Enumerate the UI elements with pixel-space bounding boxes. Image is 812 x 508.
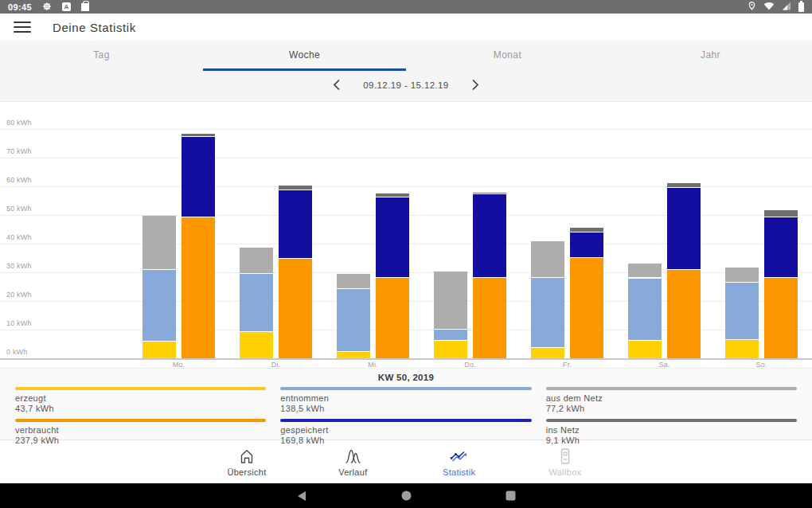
production-use-bar-so[interactable]	[764, 102, 798, 358]
legend-label: entnommen	[280, 393, 531, 403]
android-navigation-bar	[0, 483, 812, 508]
segment-ins-netz	[376, 193, 409, 196]
x-axis-tick-label: Sa.	[628, 361, 701, 369]
x-axis-tick-label: Mi.	[337, 361, 409, 369]
segment-ins-netz	[279, 186, 312, 190]
legend-grid: erzeugt43,7 kWhentnommen138,5 kWhaus dem…	[15, 387, 797, 445]
app-bar: Deine Statistik	[0, 14, 812, 41]
status-bar-right	[748, 1, 804, 13]
x-axis-line	[0, 358, 812, 360]
previous-week-button[interactable]	[330, 77, 344, 92]
wallbox-icon	[556, 447, 575, 466]
nav-item-uebersicht[interactable]: Übersicht	[195, 440, 299, 483]
tab-monat[interactable]: Monat	[406, 41, 609, 69]
tab-woche[interactable]: Woche	[203, 41, 406, 69]
segment-aus-dem-netz	[240, 248, 273, 273]
nav-item-wallbox[interactable]: Wallbox	[513, 440, 617, 483]
segment-gespeichert	[182, 137, 215, 217]
legend-value: 138,5 kWh	[280, 404, 531, 413]
segment-entnommen	[240, 274, 273, 331]
consumption-mix-bar-sa[interactable]	[628, 102, 662, 358]
segment-gespeichert	[764, 217, 798, 277]
status-clock: 09:45	[8, 2, 32, 12]
production-use-bar-do[interactable]	[473, 102, 506, 358]
segment-aus-dem-netz	[337, 274, 370, 288]
segment-ins-netz	[182, 134, 215, 135]
tab-label: Tag	[93, 49, 110, 61]
production-use-bar-fr[interactable]	[570, 102, 603, 358]
app-screen: 09:45 A Deine Statistik TagWocheMonatJah	[0, 0, 812, 508]
segment-aus-dem-netz	[628, 264, 662, 277]
legend-label: gespeichert	[280, 425, 531, 435]
segment-entnommen	[531, 278, 564, 347]
segment-ins-netz	[667, 183, 701, 187]
android-back-button[interactable]	[296, 490, 307, 502]
y-axis-tick-label: 10 kWh	[6, 319, 32, 327]
tab-label: Woche	[289, 49, 320, 61]
y-axis-tick-label: 0 kWh	[6, 348, 28, 356]
y-axis-tick-label: 80 kWh	[6, 119, 32, 127]
nav-item-label: Übersicht	[227, 467, 266, 477]
status-bar-left: 09:45 A	[8, 2, 89, 13]
segment-aus-dem-netz	[725, 268, 759, 282]
x-axis-tick-label: So.	[725, 361, 798, 369]
segment-entnommen	[725, 283, 759, 338]
segment-gespeichert	[570, 233, 603, 257]
legend-color-line	[280, 387, 531, 390]
production-use-bar-mo[interactable]	[182, 102, 215, 358]
segment-aus-dem-netz	[434, 272, 467, 329]
legend-label: ins Netz	[546, 425, 797, 435]
settings-gear-icon	[42, 2, 52, 13]
legend-entry-erzeugt: erzeugt43,7 kWh	[15, 387, 266, 413]
segment-verbraucht	[376, 278, 409, 358]
nav-item-verlauf[interactable]: Verlauf	[301, 440, 404, 483]
android-home-button[interactable]	[401, 490, 412, 501]
tab-jahr[interactable]: Jahr	[609, 41, 812, 69]
notification-a-icon: A	[62, 2, 71, 11]
segment-erzeugt	[725, 340, 759, 358]
production-use-bar-di[interactable]	[279, 102, 312, 358]
nav-item-statistik[interactable]: Statistik	[408, 440, 511, 483]
segment-entnommen	[142, 270, 176, 341]
legend-value: 43,7 kWh	[15, 404, 266, 413]
consumption-mix-bar-so[interactable]	[725, 102, 759, 358]
location-pin-icon	[748, 1, 756, 13]
tab-tag[interactable]: Tag	[0, 41, 203, 69]
consumption-mix-bar-do[interactable]	[434, 102, 467, 358]
segment-aus-dem-netz	[531, 241, 564, 276]
nav-item-label: Statistik	[443, 467, 475, 477]
consumption-mix-bar-fr[interactable]	[531, 102, 564, 358]
segment-erzeugt	[142, 342, 176, 358]
x-axis-tick-label: Do.	[434, 361, 506, 369]
period-tabs: TagWocheMonatJahr	[0, 41, 812, 69]
cell-signal-icon	[782, 2, 791, 12]
legend-color-line	[546, 419, 797, 422]
segment-erzeugt	[337, 352, 370, 358]
legend-entry-aus-dem-netz: aus dem Netz77,2 kWh	[546, 387, 797, 413]
nav-item-label: Verlauf	[338, 467, 367, 477]
segment-gespeichert	[376, 197, 409, 278]
production-use-bar-mi[interactable]	[376, 102, 409, 358]
legend-color-line	[15, 419, 266, 422]
consumption-mix-bar-di[interactable]	[240, 102, 273, 358]
consumption-mix-bar-mi[interactable]	[337, 102, 370, 358]
active-tab-underline	[203, 68, 406, 71]
statistics-trend-icon	[449, 447, 470, 466]
legend-label: aus dem Netz	[546, 393, 797, 403]
next-week-button[interactable]	[468, 77, 482, 92]
android-recents-button[interactable]	[506, 490, 516, 501]
bottom-navigation: ÜbersichtVerlaufStatistikWallbox	[0, 440, 812, 483]
menu-icon[interactable]	[14, 21, 31, 33]
battery-icon	[798, 2, 804, 12]
y-axis-tick-label: 40 kWh	[6, 233, 32, 241]
production-use-bar-sa[interactable]	[667, 102, 701, 358]
segment-ins-netz	[764, 210, 798, 217]
consumption-mix-bar-mo[interactable]	[142, 102, 176, 358]
legend-value: 77,2 kWh	[546, 404, 797, 413]
x-axis-tick-label: Mo.	[142, 361, 215, 369]
week-navigator: 09.12.19 - 15.12.19	[0, 77, 812, 92]
notification-bag-icon	[81, 3, 89, 11]
segment-gespeichert	[279, 190, 312, 258]
legend-label: verbraucht	[15, 425, 266, 435]
home-icon	[237, 447, 256, 466]
